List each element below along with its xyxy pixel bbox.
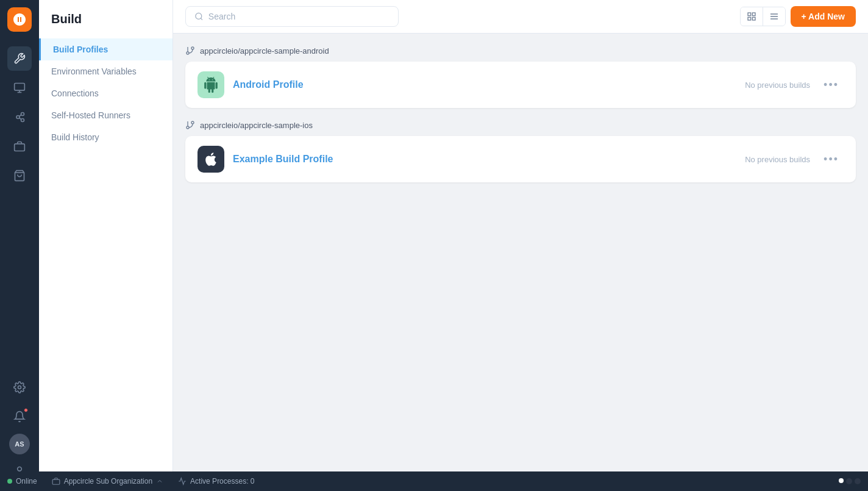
nav-settings-icon[interactable] [7,375,32,400]
sidebar-item-connections[interactable]: Connections [39,82,173,104]
top-bar: + Add New [173,0,868,34]
svg-point-23 [187,52,189,54]
org-icon [52,477,60,486]
svg-rect-8 [15,144,25,151]
git-branch-icon-ios [185,120,195,130]
search-box[interactable] [185,6,399,27]
ios-profile-status: No previous builds [745,155,810,164]
profile-card-ios[interactable]: Example Build Profile No previous builds… [185,136,856,182]
grid-icon [747,12,756,21]
svg-line-7 [20,118,21,120]
dot-3 [855,478,861,484]
repo-name-ios: appcircleio/appcircle-sample-ios [200,121,313,130]
dot-1 [839,478,844,483]
svg-line-6 [20,115,21,116]
profile-card-android[interactable]: Android Profile No previous builds ••• [185,62,856,108]
search-icon [194,12,204,21]
search-input[interactable] [208,12,390,21]
ios-profile-name: Example Build Profile [233,154,736,165]
secondary-sidebar: Build Build Profiles Environment Variabl… [39,0,173,491]
svg-point-25 [191,121,194,124]
left-nav: AS [0,0,39,491]
sidebar-item-self-hosted-runners[interactable]: Self-Hosted Runners [39,104,173,126]
status-dots [839,478,861,484]
svg-point-11 [18,467,22,471]
dot-2 [846,478,852,484]
online-label: Online [16,477,37,486]
grid-view-button[interactable] [741,7,763,26]
nav-profiles-icon[interactable] [7,134,32,159]
view-toggle [740,7,786,26]
ios-profile-more-button[interactable]: ••• [819,151,844,168]
svg-rect-14 [748,13,751,16]
org-label: Appcircle Sub Organization [64,477,152,486]
activity-icon [178,477,187,486]
nav-store-icon[interactable] [7,163,32,188]
repo-label-android: appcircleio/appcircle-sample-android [185,46,856,56]
online-status: Online [7,477,37,486]
svg-rect-16 [748,17,751,20]
profiles-area: appcircleio/appcircle-sample-android And… [173,34,868,491]
apple-icon [203,151,219,167]
svg-point-12 [196,13,202,19]
main-content: + Add New appcircleio/appcircle-sample-a… [173,0,868,491]
git-branch-icon [185,46,195,56]
nav-bottom-section: AS [7,375,32,484]
processes-label: Active Processes: 0 [190,477,254,486]
repo-group-android: appcircleio/appcircle-sample-android And… [185,46,856,108]
svg-rect-0 [15,84,25,91]
repo-group-ios: appcircleio/appcircle-sample-ios Example… [185,120,856,182]
processes-status: Active Processes: 0 [178,477,254,486]
android-profile-icon [197,71,224,98]
android-profile-more-button[interactable]: ••• [819,76,844,94]
svg-rect-27 [52,479,60,484]
sidebar-title: Build [39,12,173,38]
app-logo[interactable] [7,7,32,32]
svg-line-13 [201,18,202,20]
top-bar-actions: + Add New [740,6,856,27]
user-avatar[interactable]: AS [9,434,30,454]
list-icon [769,12,779,21]
svg-rect-15 [752,13,755,16]
nav-integrations-icon[interactable] [7,105,32,129]
android-icon [203,77,219,93]
list-view-button[interactable] [763,7,785,26]
sidebar-item-build-history[interactable]: Build History [39,126,173,148]
online-dot [7,479,12,484]
nav-notifications-icon[interactable] [7,404,32,429]
svg-point-22 [191,47,194,49]
repo-name-android: appcircleio/appcircle-sample-android [200,46,329,56]
svg-point-26 [187,126,189,129]
ios-profile-icon [197,146,224,173]
sidebar-item-build-profiles[interactable]: Build Profiles [39,38,173,60]
org-status: Appcircle Sub Organization [52,477,163,486]
nav-distribution-icon[interactable] [7,76,32,100]
add-new-button[interactable]: + Add New [791,6,856,27]
repo-label-ios: appcircleio/appcircle-sample-ios [185,120,856,130]
android-profile-name: Android Profile [233,79,736,90]
status-bar: Online Appcircle Sub Organization Active… [0,471,868,491]
android-profile-status: No previous builds [745,81,810,90]
svg-rect-17 [752,17,755,20]
chevron-up-icon [156,478,163,485]
nav-build-icon[interactable] [7,46,32,71]
sidebar-item-environment-variables[interactable]: Environment Variables [39,60,173,82]
svg-point-10 [18,386,21,389]
